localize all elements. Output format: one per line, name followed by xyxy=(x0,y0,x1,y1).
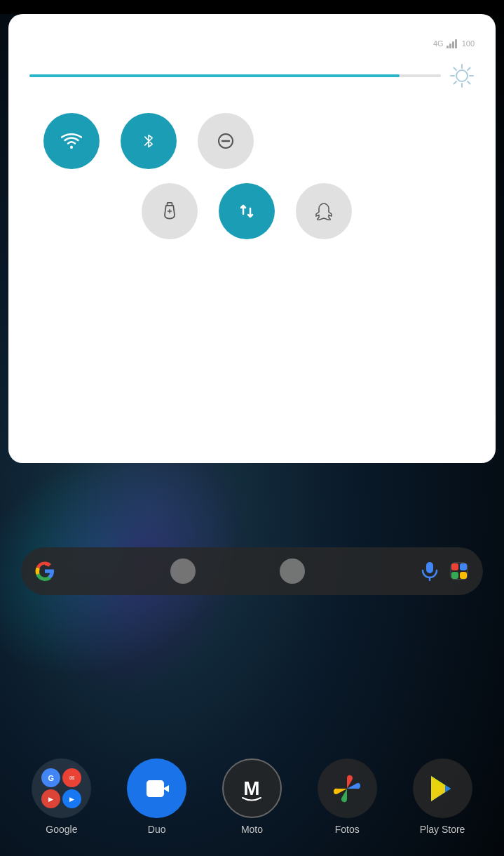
signal-text: 4G xyxy=(433,39,444,48)
search-dot-2 xyxy=(280,559,305,584)
svg-rect-20 xyxy=(451,572,458,579)
lens-icon[interactable] xyxy=(448,560,470,582)
google-icon-wrap: G ✉ ▶ ▶ xyxy=(32,758,91,818)
top-status-bar xyxy=(0,0,504,14)
google-g-icon xyxy=(34,560,56,582)
svg-line-6 xyxy=(468,81,470,84)
moto-label: Moto xyxy=(241,824,263,835)
toggles-row-1 xyxy=(29,113,475,169)
slider-fill xyxy=(29,74,400,77)
dnd-toggle[interactable] xyxy=(198,113,254,169)
search-dots xyxy=(63,559,411,584)
brightness-slider[interactable] xyxy=(29,74,441,77)
dock: G ✉ ▶ ▶ Google xyxy=(0,758,504,835)
wifi-toggle[interactable] xyxy=(43,113,100,169)
svg-line-8 xyxy=(454,81,457,84)
play-store-label: Play Store xyxy=(420,824,465,835)
duo-label: Duo xyxy=(148,824,166,835)
dock-app-moto[interactable]: M Moto xyxy=(222,758,282,835)
bluetooth-toggle[interactable] xyxy=(121,113,177,169)
fotos-label: Fotos xyxy=(335,824,360,835)
google-label: Google xyxy=(46,824,77,835)
svg-line-7 xyxy=(468,68,470,71)
duo-icon-wrap xyxy=(127,758,186,818)
svg-point-0 xyxy=(456,70,468,81)
fotos-icon-wrap xyxy=(318,758,377,818)
svg-rect-19 xyxy=(460,563,467,570)
mic-icon[interactable] xyxy=(418,560,441,582)
quick-settings-panel: 4G 100 xyxy=(8,14,496,463)
moto-icon-wrap: M xyxy=(222,758,282,818)
svg-rect-15 xyxy=(426,562,433,573)
home-screen: G ✉ ▶ ▶ Google xyxy=(0,477,504,856)
dock-app-fotos[interactable]: Fotos xyxy=(318,758,377,835)
status-bar-icons: 4G 100 xyxy=(433,39,475,48)
svg-rect-18 xyxy=(451,563,458,570)
dock-app-google[interactable]: G ✉ ▶ ▶ Google xyxy=(32,758,91,835)
toggles-row-2 xyxy=(29,183,475,239)
dock-app-duo[interactable]: Duo xyxy=(127,758,186,835)
data-transfer-toggle[interactable] xyxy=(219,183,275,239)
search-dot-1 xyxy=(170,559,196,584)
svg-rect-21 xyxy=(460,572,467,579)
svg-point-9 xyxy=(70,146,73,149)
battery-text: 100 xyxy=(462,39,475,48)
brightness-icon xyxy=(449,63,475,88)
play-store-icon-wrap xyxy=(413,758,472,818)
airplane-toggle[interactable] xyxy=(296,183,352,239)
svg-line-5 xyxy=(454,68,457,71)
signal-icon xyxy=(447,39,457,48)
dock-app-play-store[interactable]: Play Store xyxy=(413,758,472,835)
brightness-row xyxy=(29,63,475,88)
slider-track xyxy=(29,74,441,77)
search-bar[interactable] xyxy=(21,547,483,595)
svg-text:M: M xyxy=(244,777,260,799)
flashlight-toggle[interactable] xyxy=(142,183,198,239)
